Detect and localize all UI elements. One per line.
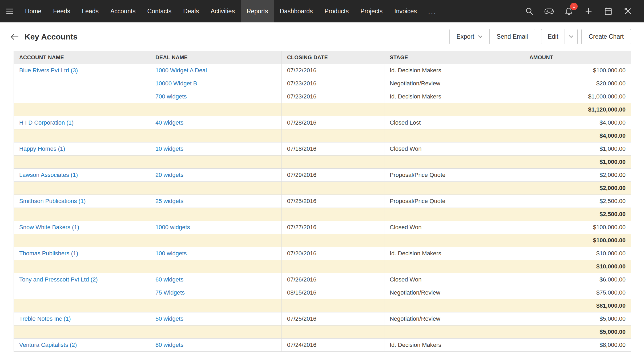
column-header-closing-date[interactable]: CLOSING DATE — [282, 51, 384, 64]
nav-more-button[interactable]: ... — [423, 0, 442, 22]
column-header-stage[interactable]: STAGE — [384, 51, 524, 64]
empty-cell — [384, 234, 524, 247]
empty-cell — [150, 182, 282, 195]
amount-cell: $75,000.00 — [524, 286, 631, 299]
top-navigation: HomeFeedsLeadsAccountsContactsDealsActiv… — [0, 0, 644, 22]
empty-cell — [150, 103, 282, 116]
deal-link[interactable]: 100 widgets — [155, 250, 187, 257]
account-link[interactable]: Tony and Presscott Pvt Ltd (2) — [19, 276, 98, 283]
account-name-cell — [14, 286, 150, 299]
account-name-cell: Lawson Associates (1) — [14, 169, 150, 182]
deal-link[interactable]: 1000 Widget A Deal — [155, 67, 207, 74]
account-link[interactable]: Lawson Associates (1) — [19, 172, 78, 178]
deal-link[interactable]: 80 widgets — [155, 342, 183, 348]
deal-link[interactable]: 700 widgets — [155, 93, 187, 100]
back-button[interactable] — [9, 31, 21, 43]
deal-link[interactable]: 10000 Widget B — [155, 80, 197, 87]
hamburger-menu-icon[interactable] — [0, 0, 19, 22]
table-row: Snow White Bakers (1) 1000 widgets 07/27… — [14, 221, 631, 234]
nav-item-accounts[interactable]: Accounts — [104, 0, 142, 22]
export-button-label: Export — [457, 33, 474, 40]
setup-tools-icon[interactable] — [623, 6, 633, 16]
empty-cell — [14, 208, 150, 221]
nav-item-leads[interactable]: Leads — [76, 0, 104, 22]
empty-cell — [282, 299, 384, 312]
nav-item-projects[interactable]: Projects — [355, 0, 388, 22]
account-link[interactable]: H I D Corporation (1) — [19, 119, 74, 126]
account-name-cell: Tony and Presscott Pvt Ltd (2) — [14, 273, 150, 286]
search-icon[interactable] — [525, 6, 534, 16]
deal-link[interactable]: 40 widgets — [155, 119, 183, 126]
edit-button[interactable]: Edit — [541, 29, 565, 44]
calendar-icon[interactable] — [603, 6, 613, 16]
stage-cell: Id. Decision Makers — [384, 339, 524, 352]
table-row: Lawson Associates (1) 20 widgets 07/29/2… — [14, 169, 631, 182]
subtotal-amount-cell: $2,500.00 — [524, 208, 631, 221]
column-header-account-name[interactable]: ACCOUNT NAME — [14, 51, 150, 64]
deal-link[interactable]: 1000 widgets — [155, 224, 190, 231]
subtotal-row: $100,000.00 — [14, 234, 631, 247]
account-link[interactable]: Snow White Bakers (1) — [19, 224, 79, 231]
create-chart-button[interactable]: Create Chart — [581, 29, 631, 44]
subtotal-row: $2,500.00 — [14, 208, 631, 221]
empty-cell — [384, 260, 524, 273]
table-row: Tony and Presscott Pvt Ltd (2) 60 widget… — [14, 273, 631, 286]
account-link[interactable]: Happy Homes (1) — [19, 145, 65, 152]
column-header-deal-name[interactable]: DEAL NAME — [150, 51, 282, 64]
amount-cell: $6,000.00 — [524, 273, 631, 286]
export-button[interactable]: Export — [449, 29, 490, 44]
deal-link[interactable]: 25 widgets — [155, 198, 183, 204]
amount-cell: $2,500.00 — [524, 195, 631, 208]
account-link[interactable]: Smithson Publications (1) — [19, 198, 86, 204]
subtotal-amount-cell: $2,000.00 — [524, 182, 631, 195]
subtotal-amount-cell: $1,120,000.00 — [524, 103, 631, 116]
nav-item-activities[interactable]: Activities — [205, 0, 241, 22]
send-email-button-label: Send Email — [497, 33, 528, 40]
account-link[interactable]: Ventura Capitalists (2) — [19, 342, 77, 348]
nav-item-deals[interactable]: Deals — [177, 0, 205, 22]
subtotal-row: $2,000.00 — [14, 182, 631, 195]
subtotal-row: $4,000.00 — [14, 129, 631, 142]
header-row: ACCOUNT NAME DEAL NAME CLOSING DATE STAG… — [14, 51, 631, 64]
nav-item-contacts[interactable]: Contacts — [142, 0, 178, 22]
subtotal-amount-cell: $10,000.00 — [524, 260, 631, 273]
nav-item-dashboards[interactable]: Dashboards — [274, 0, 319, 22]
empty-cell — [14, 326, 150, 339]
nav-item-home[interactable]: Home — [19, 0, 47, 22]
account-name-cell: Smithson Publications (1) — [14, 195, 150, 208]
table-row: Treble Notes Inc (1) 50 widgets 07/25/20… — [14, 312, 631, 326]
amount-cell: $1,000,000.00 — [524, 90, 631, 103]
deal-link[interactable]: 10 widgets — [155, 145, 183, 152]
deal-link[interactable]: 20 widgets — [155, 172, 183, 178]
nav-item-invoices[interactable]: Invoices — [388, 0, 422, 22]
empty-cell — [150, 129, 282, 142]
nav-item-feeds[interactable]: Feeds — [47, 0, 76, 22]
deal-link[interactable]: 75 Widgets — [155, 289, 185, 296]
account-name-cell: Happy Homes (1) — [14, 142, 150, 156]
account-link[interactable]: Treble Notes Inc (1) — [19, 315, 71, 322]
gamepad-icon[interactable] — [544, 6, 554, 16]
notification-badge: 1 — [570, 3, 578, 10]
empty-cell — [282, 182, 384, 195]
empty-cell — [14, 260, 150, 273]
account-link[interactable]: Thomas Publishers (1) — [19, 250, 78, 257]
plus-icon[interactable] — [584, 6, 593, 16]
deal-link[interactable]: 50 widgets — [155, 315, 183, 322]
column-header-amount[interactable]: AMOUNT — [524, 51, 631, 64]
nav-item-reports[interactable]: Reports — [241, 0, 274, 22]
nav-item-products[interactable]: Products — [319, 0, 355, 22]
chevron-down-icon — [478, 35, 482, 38]
empty-cell — [282, 326, 384, 339]
deal-name-cell: 50 widgets — [150, 312, 282, 326]
send-email-button[interactable]: Send Email — [489, 29, 535, 44]
nav-icons: 1 — [525, 0, 644, 22]
empty-cell — [14, 156, 150, 169]
bell-icon[interactable]: 1 — [564, 6, 574, 16]
empty-cell — [282, 103, 384, 116]
account-name-cell — [14, 90, 150, 103]
account-link[interactable]: Blue Rivers Pvt Ltd (3) — [19, 67, 78, 74]
nav-menu: HomeFeedsLeadsAccountsContactsDealsActiv… — [19, 0, 423, 22]
edit-dropdown-toggle[interactable] — [565, 29, 577, 44]
deal-link[interactable]: 60 widgets — [155, 276, 183, 283]
empty-cell — [384, 208, 524, 221]
